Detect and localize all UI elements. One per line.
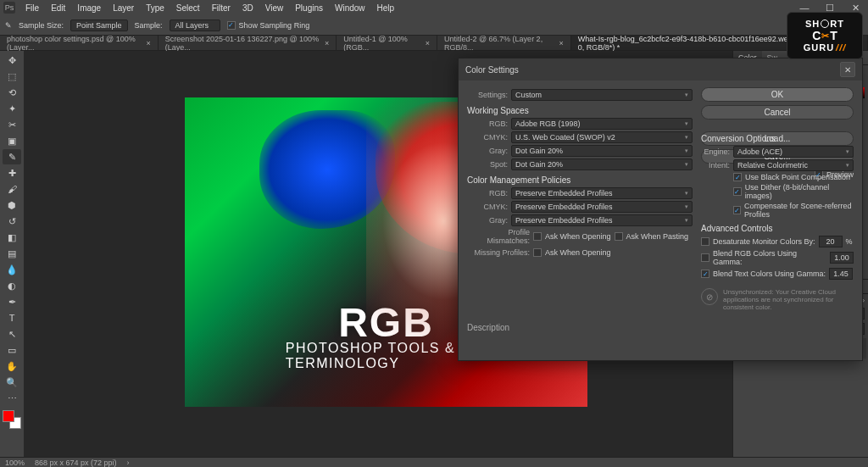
rgb-label: RGB:	[467, 120, 508, 128]
menu-3d[interactable]: 3D	[237, 3, 259, 13]
artwork-subtitle: PHOTOSHOP TOOLS & TERMINOLOGY	[286, 341, 487, 371]
crop-tool[interactable]: ✂	[3, 117, 21, 132]
hand-tool[interactable]: ✋	[3, 359, 21, 374]
pen-tool[interactable]: ✒	[3, 294, 21, 309]
dither-check[interactable]: ✓Use Dither (8-bit/channel images)	[733, 183, 854, 200]
heal-tool[interactable]: ✚	[3, 165, 21, 181]
rgb-select[interactable]: Adobe RGB (1998)	[511, 118, 693, 130]
engine-select[interactable]: Adobe (ACE)	[733, 146, 854, 158]
doc-tab[interactable]: photoshop color settings.psd @ 100% (Lay…	[0, 36, 159, 50]
blend-rgb-check[interactable]: Blend RGB Colors Using Gamma:	[701, 249, 854, 266]
menu-bar: Ps File Edit Image Layer Type Select Fil…	[0, 0, 868, 15]
type-tool[interactable]: T	[3, 310, 21, 325]
scene-check[interactable]: ✓Compensate for Scene-referred Profiles	[733, 202, 854, 219]
mismatch-open-check[interactable]: Ask When Opening	[533, 232, 611, 241]
path-tool[interactable]: ↖	[3, 326, 21, 342]
eraser-tool[interactable]: ◧	[3, 230, 21, 245]
stamp-tool[interactable]: ⬢	[3, 197, 21, 213]
dodge-tool[interactable]: ◐	[3, 278, 21, 293]
blend-txt-input[interactable]	[829, 268, 853, 280]
menu-type[interactable]: Type	[141, 3, 170, 13]
menu-filter[interactable]: Filter	[207, 3, 236, 13]
p-cmyk-label: CMYK:	[467, 203, 508, 211]
spot-select[interactable]: Dot Gain 20%	[511, 158, 693, 170]
blend-txt-check[interactable]: ✓Blend Text Colors Using Gamma:	[701, 268, 854, 280]
policy-cmyk-select[interactable]: Preserve Embedded Profiles	[511, 201, 693, 213]
ok-button[interactable]: OK	[701, 87, 854, 102]
settings-label: Settings:	[467, 91, 508, 99]
cancel-button[interactable]: Cancel	[701, 105, 854, 120]
app-logo: Ps	[3, 2, 15, 14]
lasso-tool[interactable]: ⟲	[3, 85, 21, 100]
dialog-close[interactable]: ✕	[840, 62, 855, 77]
show-ring-check[interactable]: ✓Show Sampling Ring	[227, 21, 310, 30]
p-rgb-label: RGB:	[467, 189, 508, 197]
settings-select[interactable]: Custom	[511, 89, 693, 101]
more-tools[interactable]: ⋯	[3, 391, 21, 406]
sample-size-label: Sample Size:	[19, 21, 64, 30]
close-icon[interactable]: ×	[426, 39, 430, 47]
marquee-tool[interactable]: ⬚	[3, 69, 21, 84]
intent-label: Intent:	[701, 161, 730, 170]
intent-select[interactable]: Relative Colorimetric	[733, 159, 854, 171]
sync-note: ⊘Unsynchronized: Your Creative Cloud app…	[701, 288, 854, 311]
desat-check[interactable]: Desaturate Monitor Colors By:%	[701, 236, 854, 247]
menu-view[interactable]: View	[260, 3, 289, 13]
menu-image[interactable]: Image	[72, 3, 106, 13]
missing-label: Missing Profiles:	[467, 248, 530, 257]
gray-select[interactable]: Dot Gain 20%	[511, 145, 693, 157]
color-swatches[interactable]	[3, 410, 21, 429]
sync-icon: ⊘	[701, 288, 718, 305]
close-icon[interactable]: ×	[325, 39, 329, 47]
wand-tool[interactable]: ✦	[3, 101, 21, 116]
close-icon[interactable]: ×	[147, 39, 151, 47]
policy-gray-select[interactable]: Preserve Embedded Profiles	[511, 214, 693, 226]
menu-select[interactable]: Select	[171, 3, 205, 13]
artwork-title: RGB	[338, 299, 434, 346]
adv-ctrl-head: Advanced Controls	[701, 224, 854, 233]
doc-tab[interactable]: Untitled-1 @ 100% (RGB...×	[337, 36, 437, 50]
zoom-tool[interactable]: 🔍	[3, 375, 21, 390]
menu-edit[interactable]: Edit	[46, 3, 70, 13]
cmp-head: Color Management Policies	[467, 175, 693, 185]
doc-tab[interactable]: Untitled-2 @ 66.7% (Layer 2, RGB/8...×	[437, 36, 571, 50]
shape-tool[interactable]: ▭	[3, 342, 21, 358]
mismatch-paste-check[interactable]: Ask When Pasting	[615, 232, 689, 241]
blend-rgb-input[interactable]	[830, 252, 854, 264]
menu-plugins[interactable]: Plugins	[290, 3, 328, 13]
zoom-level[interactable]: 100%	[5, 459, 25, 467]
brush-tool[interactable]: 🖌	[3, 181, 21, 197]
cmyk-label: CMYK:	[467, 133, 508, 142]
menu-file[interactable]: File	[20, 3, 44, 13]
doc-dims: 868 px x 674 px (72 ppi)	[35, 459, 117, 467]
desat-input[interactable]	[819, 236, 843, 247]
fg-color[interactable]	[3, 410, 14, 422]
gray-label: Gray:	[467, 147, 508, 155]
sample-select[interactable]: All Layers	[170, 19, 220, 31]
missing-open-check[interactable]: Ask When Opening	[533, 248, 611, 257]
gradient-tool[interactable]: ▤	[3, 246, 21, 261]
p-gray-label: Gray:	[467, 216, 508, 225]
cmyk-select[interactable]: U.S. Web Coated (SWOP) v2	[511, 131, 693, 143]
dialog-title: Color Settings	[465, 65, 519, 75]
status-bar: 100% 868 px x 674 px (72 ppi) ›	[0, 457, 868, 467]
menu-help[interactable]: Help	[372, 3, 400, 13]
sample-size-select[interactable]: Point Sample	[70, 19, 128, 31]
menu-window[interactable]: Window	[330, 3, 370, 13]
move-tool[interactable]: ✥	[3, 53, 21, 68]
status-chevron[interactable]: ›	[127, 459, 130, 467]
frame-tool[interactable]: ▣	[3, 133, 21, 148]
options-bar: ✎ Sample Size: Point Sample Sample: All …	[0, 15, 868, 36]
bpc-check[interactable]: ✓Use Black Point Compensation	[733, 173, 854, 181]
doc-tab[interactable]: Screenshot 2025-01-16 136227.png @ 100% …	[159, 36, 337, 50]
history-brush-tool[interactable]: ↺	[3, 214, 21, 229]
close-icon[interactable]: ×	[559, 39, 563, 47]
sample-label: Sample:	[135, 21, 163, 30]
blur-tool[interactable]: 💧	[3, 262, 21, 277]
eyedropper-icon: ✎	[5, 21, 12, 30]
policy-rgb-select[interactable]: Preserve Embedded Profiles	[511, 187, 693, 199]
brand-logo: SHRT C✂T GURU///	[787, 12, 863, 59]
eyedropper-tool[interactable]: ✎	[3, 149, 21, 164]
menu-layer[interactable]: Layer	[108, 3, 139, 13]
description-head: Description	[467, 323, 854, 332]
